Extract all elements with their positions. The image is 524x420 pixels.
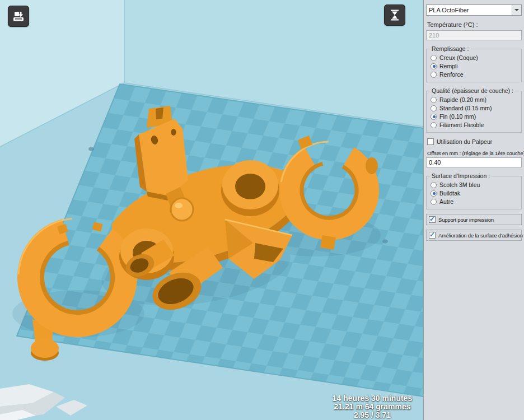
app-window: 14 heures 30 minutes 21.21 m 64 grammes … bbox=[0, 0, 524, 420]
checkbox-icon bbox=[429, 216, 436, 223]
view-mode-button[interactable] bbox=[384, 4, 405, 26]
checkbox-label: Amélioration de la surface d'adhésion bbox=[438, 232, 523, 239]
checkbox-label: Utilisation du Palpeur bbox=[437, 138, 492, 145]
radio-renforce[interactable]: Renforce bbox=[431, 71, 518, 78]
radio-icon bbox=[431, 114, 437, 120]
infill-group: Remplissage : Creux (Coque) Rempli Renfo… bbox=[426, 45, 522, 82]
save-print-button[interactable] bbox=[8, 6, 29, 27]
offset-input[interactable] bbox=[426, 157, 522, 167]
radio-icon bbox=[431, 182, 437, 188]
radio-icon bbox=[431, 199, 437, 205]
quality-group: Qualité (épaisseur de couche) : Rapide (… bbox=[426, 87, 522, 133]
surface-legend: Surface d'Impression : bbox=[430, 172, 492, 179]
adhesion-checkbox[interactable]: Amélioration de la surface d'adhésion bbox=[426, 230, 522, 241]
radio-fin[interactable]: Fin (0.10 mm) bbox=[431, 113, 518, 120]
radio-label: Rapide (0.20 mm) bbox=[439, 96, 486, 103]
quality-legend: Qualité (épaisseur de couche) : bbox=[430, 87, 515, 94]
radio-label: Rempli bbox=[439, 63, 458, 69]
stats-line-3: 2.95 / 3.71 bbox=[305, 411, 423, 419]
scene-canvas bbox=[0, 0, 423, 420]
model-cylinder-upper bbox=[221, 160, 279, 216]
model-knob bbox=[171, 198, 193, 221]
radio-rapide[interactable]: Rapide (0.20 mm) bbox=[431, 96, 518, 103]
radio-label: Buildtak bbox=[439, 190, 460, 197]
infill-legend: Remplissage : bbox=[430, 45, 471, 52]
radio-icon bbox=[431, 190, 437, 197]
offset-label: Offset en mm : (réglage de la 1ère couch… bbox=[427, 150, 522, 156]
temperature-input[interactable] bbox=[426, 30, 522, 40]
radio-filament-flexible[interactable]: Filament Flexible bbox=[431, 122, 518, 128]
settings-panel: PLA OctoFiber Température (°C) : Remplis… bbox=[423, 0, 524, 420]
radio-icon bbox=[431, 97, 437, 103]
radio-scotch-3m[interactable]: Scotch 3M bleu bbox=[431, 181, 518, 188]
radio-label: Scotch 3M bleu bbox=[439, 181, 480, 188]
radio-label: Standard (0.15 mm) bbox=[439, 105, 492, 111]
checkbox-icon bbox=[429, 232, 436, 239]
temperature-label: Température (°C) : bbox=[427, 21, 522, 28]
stats-line-1: 14 heures 30 minutes bbox=[305, 394, 423, 403]
hourglass-icon bbox=[388, 8, 401, 22]
radio-icon bbox=[431, 55, 437, 61]
radio-icon bbox=[431, 105, 437, 111]
radio-label: Creux (Coque) bbox=[439, 54, 478, 61]
palpeur-checkbox[interactable]: Utilisation du Palpeur bbox=[427, 138, 522, 145]
radio-standard[interactable]: Standard (0.15 mm) bbox=[431, 105, 518, 111]
material-select[interactable]: PLA OctoFiber bbox=[426, 4, 522, 16]
radio-autre[interactable]: Autre bbox=[431, 198, 518, 205]
stats-line-2: 21.21 m 64 grammes bbox=[305, 403, 423, 411]
checkbox-icon bbox=[427, 138, 434, 145]
3d-viewport[interactable]: 14 heures 30 minutes 21.21 m 64 grammes … bbox=[0, 0, 423, 420]
chevron-down-icon bbox=[512, 5, 521, 15]
radio-icon bbox=[431, 72, 437, 78]
radio-label: Filament Flexible bbox=[439, 122, 484, 128]
radio-buildtak[interactable]: Buildtak bbox=[431, 190, 518, 197]
support-checkbox[interactable]: Support pour impression bbox=[426, 214, 522, 225]
radio-creux-coque[interactable]: Creux (Coque) bbox=[431, 54, 518, 61]
print-stats: 14 heures 30 minutes 21.21 m 64 grammes … bbox=[305, 394, 423, 419]
plate-screw-hole bbox=[382, 240, 388, 244]
surface-group: Surface d'Impression : Scotch 3M bleu Bu… bbox=[426, 172, 522, 209]
radio-icon bbox=[431, 63, 437, 69]
radio-rempli[interactable]: Rempli bbox=[431, 63, 518, 69]
radio-label: Fin (0.10 mm) bbox=[439, 113, 476, 120]
printer-export-icon bbox=[12, 10, 25, 23]
checkbox-label: Support pour impression bbox=[438, 217, 494, 223]
material-select-value: PLA OctoFiber bbox=[429, 7, 469, 13]
radio-label: Renforce bbox=[439, 71, 464, 78]
radio-label: Autre bbox=[439, 198, 453, 205]
radio-icon bbox=[431, 122, 437, 128]
plate-screw-hole bbox=[88, 147, 94, 151]
